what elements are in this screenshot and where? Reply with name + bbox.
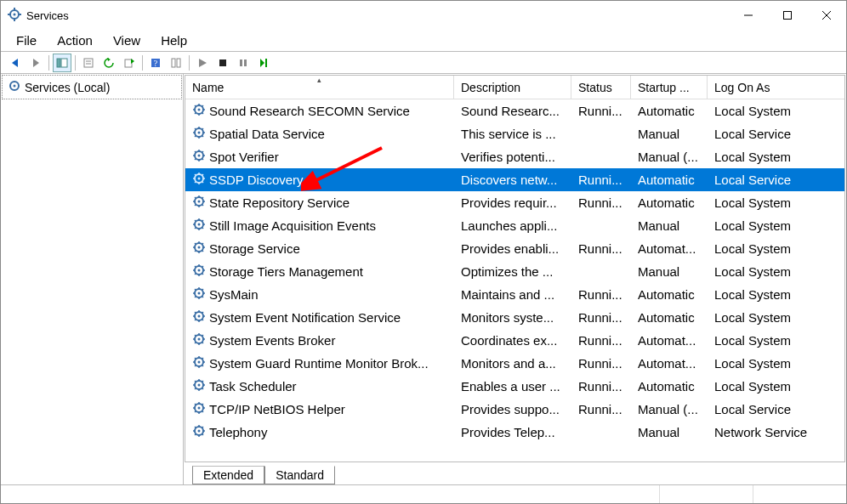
- service-logon: Local System: [708, 333, 844, 348]
- svg-line-58: [195, 151, 196, 153]
- service-row[interactable]: Still Image Acquisition EventsLaunches a…: [185, 214, 844, 237]
- service-row[interactable]: TelephonyProvides Telep...ManualNetwork …: [185, 421, 844, 444]
- menu-view[interactable]: View: [103, 31, 151, 49]
- service-row[interactable]: Storage Tiers ManagementOptimizes the ..…: [185, 260, 844, 283]
- menu-action[interactable]: Action: [47, 31, 103, 49]
- svg-rect-14: [84, 59, 93, 67]
- service-startup: Automatic: [631, 287, 708, 302]
- svg-line-178: [195, 427, 196, 428]
- service-description: Verifies potenti...: [454, 150, 571, 164]
- column-header-name[interactable]: Name▴: [185, 76, 454, 99]
- pause-service-button[interactable]: [234, 54, 253, 72]
- service-logon: Network Service: [708, 425, 844, 439]
- restart-service-button[interactable]: [254, 54, 273, 72]
- statusbar: [1, 484, 846, 503]
- tab-extended[interactable]: Extended: [192, 466, 264, 484]
- svg-line-170: [195, 411, 196, 413]
- column-header-logon[interactable]: Log On As: [708, 76, 844, 99]
- service-name: Storage Tiers Management: [209, 264, 363, 279]
- service-row[interactable]: SSDP DiscoveryDiscovers netw...Runni...A…: [185, 168, 844, 191]
- maximize-button[interactable]: [768, 2, 807, 29]
- service-startup: Automatic: [631, 195, 708, 210]
- properties-button[interactable]: [79, 54, 98, 72]
- service-row[interactable]: Task SchedulerEnables a user ...Runni...…: [185, 375, 844, 398]
- svg-line-88: [195, 220, 196, 222]
- svg-line-71: [202, 174, 204, 176]
- service-status: Runni...: [571, 241, 631, 256]
- svg-rect-7: [784, 12, 792, 20]
- svg-point-153: [198, 384, 201, 387]
- sort-asc-icon: ▴: [317, 76, 321, 84]
- service-name: SysMain: [209, 287, 259, 302]
- menu-file[interactable]: File: [6, 31, 47, 49]
- help-button[interactable]: ?: [146, 54, 165, 72]
- svg-line-138: [195, 335, 196, 337]
- svg-point-113: [198, 292, 201, 295]
- service-startup: Automatic: [631, 104, 708, 118]
- svg-line-149: [202, 365, 204, 367]
- export-button[interactable]: [120, 54, 139, 72]
- gear-icon: [192, 332, 206, 348]
- svg-rect-25: [219, 59, 226, 66]
- service-row[interactable]: SysMainMaintains and ...Runni...Automati…: [185, 283, 844, 306]
- svg-line-180: [195, 434, 196, 436]
- svg-line-50: [195, 136, 196, 138]
- svg-point-123: [198, 315, 201, 318]
- toolbar-separator: [189, 55, 190, 71]
- svg-rect-13: [61, 59, 67, 67]
- refresh-button[interactable]: [99, 54, 118, 72]
- service-name: Task Scheduler: [209, 379, 297, 394]
- service-logon: Local System: [708, 104, 844, 118]
- window-title: Services: [26, 9, 69, 22]
- gear-icon: [192, 103, 206, 119]
- service-row[interactable]: TCP/IP NetBIOS HelperProvides suppo...Ru…: [185, 398, 844, 421]
- nav-back-button[interactable]: [6, 54, 25, 72]
- column-header-startup[interactable]: Startup ...: [631, 76, 708, 99]
- service-status: Runni...: [571, 195, 631, 210]
- stop-service-button[interactable]: [213, 54, 232, 72]
- nav-forward-button[interactable]: [26, 54, 45, 72]
- svg-line-109: [202, 274, 204, 275]
- service-row[interactable]: Spatial Data ServiceThis service is ...M…: [185, 122, 844, 145]
- svg-line-121: [202, 289, 204, 291]
- services-list: Name▴ Description Status Startup ... Log…: [185, 75, 845, 462]
- svg-rect-18: [125, 59, 132, 67]
- service-name: Telephony: [209, 425, 267, 439]
- nav-services-local[interactable]: Services (Local): [2, 75, 182, 99]
- service-row[interactable]: Sound Research SECOMN ServiceSound Resea…: [185, 99, 844, 122]
- gear-icon: [192, 241, 206, 257]
- svg-marker-19: [131, 59, 134, 64]
- service-name: State Repository Service: [209, 195, 350, 210]
- start-service-button[interactable]: [193, 54, 212, 72]
- service-description: Provides Telep...: [454, 425, 571, 439]
- service-row[interactable]: State Repository ServiceProvides requir.…: [185, 191, 844, 214]
- service-row[interactable]: Storage ServiceProvides enabli...Runni..…: [185, 237, 844, 260]
- gear-icon: [192, 172, 206, 188]
- service-row[interactable]: System Guard Runtime Monitor Brok...Moni…: [185, 352, 844, 375]
- service-logon: Local System: [708, 356, 844, 371]
- service-logon: Local System: [708, 241, 844, 256]
- show-hide-tree-button[interactable]: [53, 54, 71, 72]
- service-status: Runni...: [571, 310, 631, 325]
- svg-line-89: [202, 228, 204, 229]
- svg-line-128: [195, 312, 196, 314]
- svg-marker-24: [199, 59, 207, 67]
- column-header-description[interactable]: Description: [454, 76, 571, 99]
- column-header-status[interactable]: Status: [571, 76, 631, 99]
- close-button[interactable]: [807, 2, 846, 29]
- svg-line-79: [202, 205, 204, 207]
- service-row[interactable]: System Event Notification ServiceMonitor…: [185, 306, 844, 329]
- svg-line-148: [195, 358, 196, 360]
- nav-services-local-label: Services (Local): [25, 81, 110, 94]
- service-row[interactable]: Spot VerifierVerifies potenti...Manual (…: [185, 145, 844, 168]
- service-row[interactable]: System Events BrokerCoordinates ex...Run…: [185, 329, 844, 352]
- tab-standard[interactable]: Standard: [264, 466, 335, 484]
- svg-line-61: [202, 151, 204, 153]
- minimize-button[interactable]: [729, 2, 768, 29]
- svg-line-100: [195, 251, 196, 252]
- service-startup: Automat...: [631, 356, 708, 371]
- svg-line-98: [195, 243, 196, 245]
- svg-line-101: [202, 243, 204, 245]
- menu-help[interactable]: Help: [151, 31, 197, 49]
- columns-button[interactable]: [167, 54, 185, 72]
